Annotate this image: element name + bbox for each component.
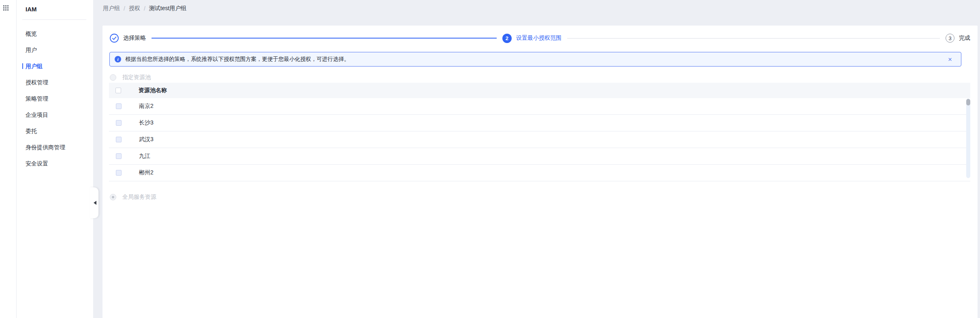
scope-option-global-resources: 全局服务资源	[110, 193, 978, 201]
pool-name: 郴州2	[139, 169, 154, 176]
radio-label: 全局服务资源	[122, 193, 156, 201]
column-header-pool-name: 资源池名称	[139, 87, 167, 94]
table-row: 九江	[109, 148, 970, 165]
sidebar: IAM 概览 用户 用户组 授权管理 策略管理 企业项目 委托 身份提供商管理 …	[17, 0, 93, 318]
table-scrollbar-track	[966, 99, 970, 178]
sidebar-item-policies[interactable]: 策略管理	[17, 90, 93, 107]
stepper-connector-done	[152, 38, 497, 39]
sidebar-item-enterprise-projects[interactable]: 企业项目	[17, 107, 93, 123]
step-finish: 3 完成	[946, 34, 970, 43]
sidebar-item-identity-providers[interactable]: 身份提供商管理	[17, 139, 93, 155]
pool-name: 武汉3	[139, 136, 154, 143]
sidebar-item-agencies[interactable]: 委托	[17, 123, 93, 139]
collapse-arrow-icon	[94, 201, 96, 205]
sidebar-item-security-settings[interactable]: 安全设置	[17, 155, 93, 172]
row-checkbox[interactable]	[116, 137, 122, 142]
banner-message: 根据当前您所选择的策略，系统推荐以下授权范围方案，更便于您最小化授权，可进行选择…	[125, 56, 350, 63]
step-done-check-icon	[110, 34, 119, 43]
banner-close-icon[interactable]: ×	[947, 55, 953, 64]
table-row: 武汉3	[109, 131, 970, 148]
row-checkbox[interactable]	[116, 103, 122, 109]
collapse-sidebar-handle[interactable]	[90, 187, 98, 218]
table-row: 南京2	[109, 98, 970, 115]
sidebar-item-users[interactable]: 用户	[17, 42, 93, 58]
step-set-minimal-scope: 2 设置最小授权范围	[502, 34, 562, 43]
sidebar-divider	[22, 19, 86, 20]
step-number-badge: 2	[502, 34, 512, 43]
breadcrumb: 用户组 / 授权 / 测试test用户组	[93, 0, 980, 17]
breadcrumb-current-group: 测试test用户组	[149, 5, 187, 12]
resource-pool-table: 资源池名称 南京2 长沙3 武汉3 九江	[109, 83, 970, 181]
stepper-connector-pending	[567, 38, 940, 39]
radio-specified-pools[interactable]	[110, 74, 116, 81]
pool-name: 南京2	[139, 103, 154, 110]
app-rail	[0, 0, 17, 318]
radio-global-resources[interactable]	[110, 194, 116, 200]
breadcrumb-authorize[interactable]: 授权	[129, 5, 140, 12]
table-row: 郴州2	[109, 165, 970, 181]
table-header-row: 资源池名称	[109, 83, 970, 98]
sidebar-item-overview[interactable]: 概览	[17, 26, 93, 42]
wizard-stepper: 选择策略 2 设置最小授权范围 3 完成	[102, 26, 978, 43]
wizard-card: 选择策略 2 设置最小授权范围 3 完成 i 根据当前您所选择的策略，系统推荐以…	[102, 26, 978, 318]
breadcrumb-separator: /	[144, 5, 145, 12]
scope-option-specified-pools: 指定资源池	[110, 74, 978, 81]
sidebar-item-user-groups[interactable]: 用户组	[17, 58, 93, 74]
select-all-checkbox[interactable]	[115, 88, 121, 93]
app-launcher-grid-icon[interactable]	[3, 5, 9, 11]
main-content: 用户组 / 授权 / 测试test用户组 选择策略 2 设置最小授权范围	[93, 0, 980, 318]
info-icon: i	[115, 56, 121, 62]
step-label: 完成	[959, 34, 970, 42]
breadcrumb-separator: /	[124, 5, 125, 12]
table-scrollbar-thumb[interactable]	[966, 99, 970, 105]
pool-name: 长沙3	[139, 119, 154, 127]
recommendation-banner: i 根据当前您所选择的策略，系统推荐以下授权范围方案，更便于您最小化授权，可进行…	[109, 52, 961, 67]
row-checkbox[interactable]	[116, 120, 122, 126]
breadcrumb-user-groups[interactable]: 用户组	[103, 5, 120, 12]
radio-label: 指定资源池	[122, 74, 151, 81]
table-row: 长沙3	[109, 115, 970, 131]
step-number-badge: 3	[946, 34, 954, 43]
sidebar-item-authorization[interactable]: 授权管理	[17, 74, 93, 90]
table-body: 南京2 长沙3 武汉3 九江 郴州2	[109, 98, 970, 181]
sidebar-title: IAM	[17, 0, 93, 13]
pool-name: 九江	[139, 153, 150, 160]
row-checkbox[interactable]	[116, 170, 122, 176]
step-label: 选择策略	[123, 34, 146, 42]
step-select-policy: 选择策略	[110, 34, 146, 43]
sidebar-menu: 概览 用户 用户组 授权管理 策略管理 企业项目 委托 身份提供商管理 安全设置	[17, 26, 93, 172]
step-label: 设置最小授权范围	[516, 34, 562, 42]
row-checkbox[interactable]	[116, 153, 122, 159]
